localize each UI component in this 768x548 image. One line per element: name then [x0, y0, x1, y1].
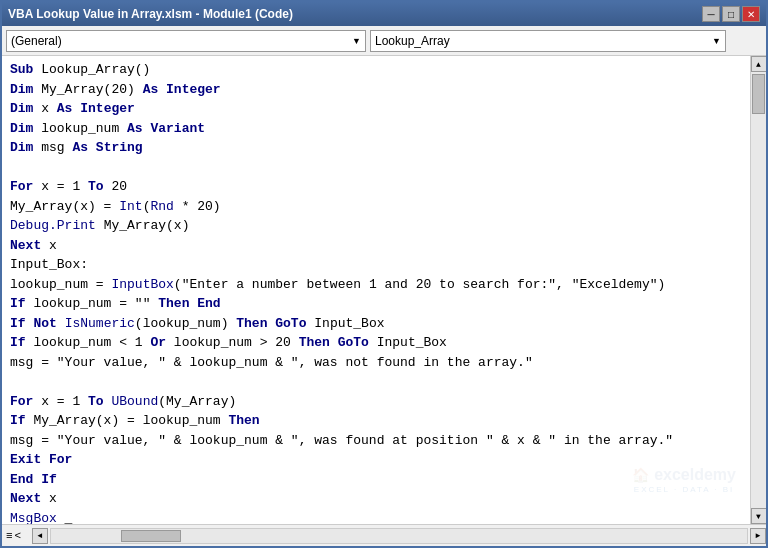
general-dropdown[interactable]: (General) ▼ [6, 30, 366, 52]
lookup-array-dropdown[interactable]: Lookup_Array ▼ [370, 30, 726, 52]
code-area: Sub Lookup_Array() Dim My_Array(20) As I… [2, 56, 766, 546]
bottom-icon2[interactable]: < [15, 530, 22, 542]
h-scroll-thumb[interactable] [121, 530, 181, 542]
window-title: VBA Lookup Value in Array.xlsm - Module1… [8, 7, 293, 21]
lookup-array-dropdown-arrow: ▼ [712, 36, 721, 46]
close-button[interactable]: ✕ [742, 6, 760, 22]
lookup-array-dropdown-label: Lookup_Array [375, 34, 450, 48]
scroll-thumb-v[interactable] [752, 74, 765, 114]
bottom-icon1[interactable]: ≡ [6, 530, 13, 542]
code-content: Sub Lookup_Array() Dim My_Array(20) As I… [2, 56, 766, 524]
bottom-left-controls: ≡ < [2, 530, 32, 542]
toolbar: (General) ▼ Lookup_Array ▼ [2, 26, 766, 56]
code-block: Sub Lookup_Array() Dim My_Array(20) As I… [10, 60, 742, 524]
watermark-name: exceldemy [654, 466, 736, 483]
scroll-left-button[interactable]: ◄ [32, 528, 48, 544]
general-dropdown-label: (General) [11, 34, 62, 48]
watermark-sub: EXCEL · DATA · BI [632, 485, 736, 494]
title-bar: VBA Lookup Value in Array.xlsm - Module1… [2, 2, 766, 26]
vertical-scrollbar[interactable]: ▲ ▼ [750, 56, 766, 524]
restore-button[interactable]: □ [722, 6, 740, 22]
horizontal-scrollbar[interactable] [50, 528, 748, 544]
scroll-track-v[interactable] [751, 72, 766, 508]
scroll-up-button[interactable]: ▲ [751, 56, 767, 72]
window-controls: ─ □ ✕ [702, 6, 760, 22]
scroll-down-button[interactable]: ▼ [751, 508, 767, 524]
h-scroll-track[interactable] [51, 529, 747, 543]
code-scroll[interactable]: Sub Lookup_Array() Dim My_Array(20) As I… [2, 56, 750, 524]
scroll-right-button[interactable]: ► [750, 528, 766, 544]
vba-window: VBA Lookup Value in Array.xlsm - Module1… [0, 0, 768, 548]
bottom-bar: ≡ < ◄ ► [2, 524, 766, 546]
minimize-button[interactable]: ─ [702, 6, 720, 22]
general-dropdown-arrow: ▼ [352, 36, 361, 46]
watermark: 🏠 exceldemy EXCEL · DATA · BI [632, 464, 736, 494]
